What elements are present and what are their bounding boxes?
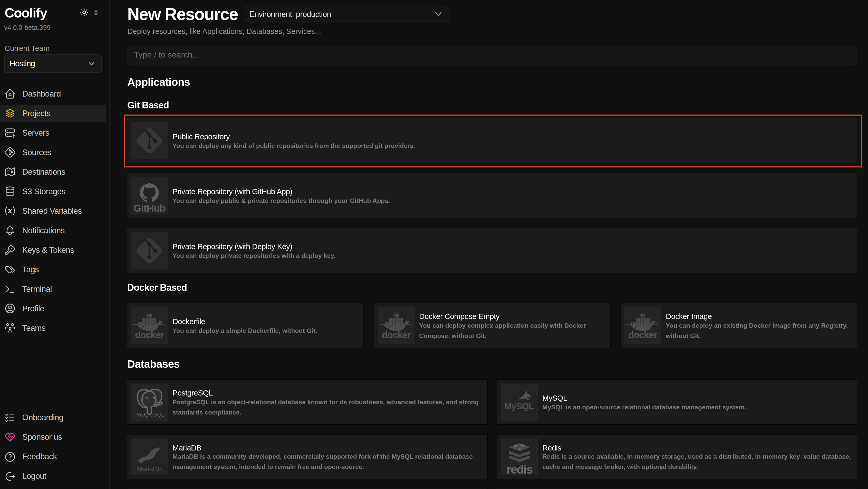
svg-text:MariaDB: MariaDB [137, 465, 162, 473]
svg-text:docker: docker [628, 329, 657, 340]
svg-text:MySQL: MySQL [504, 401, 534, 411]
svg-text:docker: docker [135, 329, 164, 340]
svg-text:PostgreSQL: PostgreSQL [134, 411, 164, 418]
svg-text:docker: docker [382, 329, 411, 340]
svg-text:redis: redis [506, 463, 532, 475]
svg-text:GitHub: GitHub [133, 202, 165, 213]
